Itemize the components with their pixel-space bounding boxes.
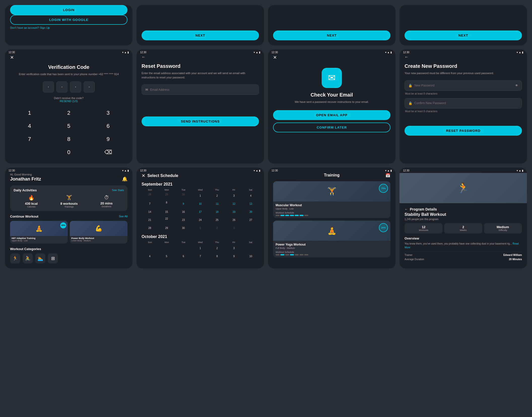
cal-day[interactable]: 15 xyxy=(158,208,175,216)
email-input[interactable] xyxy=(150,88,255,92)
numpad-1[interactable]: 1 xyxy=(10,107,49,119)
numpad-9[interactable]: 9 xyxy=(89,133,127,145)
program-back-icon[interactable]: ← xyxy=(405,207,408,211)
program-details-screen: 12:30 ▾ ▲ ▮ 🏃 ← Program Details Stabilit… xyxy=(400,168,527,269)
close-icon[interactable]: ✕ xyxy=(10,55,127,60)
next-button-3[interactable]: NEXT xyxy=(273,31,390,40)
numpad-3[interactable]: 3 xyxy=(89,107,127,119)
cal-day[interactable]: 4 xyxy=(142,253,158,260)
cal-day-8-today[interactable]: 8 xyxy=(158,200,175,208)
cal-day[interactable]: 25 xyxy=(209,216,225,224)
new-password-input[interactable] xyxy=(414,84,513,87)
training-card-1[interactable]: 🏋 Muscular Workout Upper Body · Low Work… xyxy=(273,181,390,218)
cal-day[interactable]: 3 xyxy=(226,224,242,232)
calendar-close-icon[interactable]: ✕ xyxy=(142,173,145,178)
confirm-password-field[interactable]: 🔒 xyxy=(405,98,522,108)
see-all-link[interactable]: See All xyxy=(119,215,127,218)
cal-day[interactable]: 24 xyxy=(192,216,209,224)
cal-day[interactable]: 29 xyxy=(158,224,175,232)
back-icon-password[interactable]: ← xyxy=(405,55,522,59)
cal-day[interactable]: 12 xyxy=(226,200,242,208)
numpad-7[interactable]: 7 xyxy=(10,133,49,145)
cal-day[interactable]: 16 xyxy=(175,208,192,216)
open-email-button[interactable]: OPEN EMAIL APP xyxy=(273,110,390,120)
cal-day[interactable]: 30 xyxy=(175,224,192,232)
numpad-delete[interactable]: ⌫ xyxy=(89,146,127,159)
category-swimming-icon[interactable]: 🏊 xyxy=(35,253,45,263)
email-input-field[interactable]: ✉ xyxy=(142,84,259,95)
cal-day[interactable]: 7 xyxy=(142,200,158,208)
cal-day[interactable]: 2 xyxy=(209,224,225,232)
workout-card-1[interactable]: 🧘 HIIT Adaptive Training Upper Body · Lo… xyxy=(10,221,68,244)
back-icon-reset[interactable]: ← xyxy=(142,55,259,59)
cal-day[interactable]: 1 xyxy=(192,245,209,252)
numpad-2[interactable]: 2 xyxy=(49,107,88,119)
new-password-field[interactable]: 🔒 👁 xyxy=(405,80,522,91)
cal-day[interactable]: 20 xyxy=(243,208,259,216)
cal-day[interactable]: 26 xyxy=(226,216,242,224)
cal-day[interactable]: 17 xyxy=(192,208,209,216)
cal-day[interactable]: 27 xyxy=(243,216,259,224)
cal-day[interactable]: 29 xyxy=(158,192,175,200)
training-header: Training 📅 xyxy=(273,173,390,178)
cal-day[interactable]: 3 xyxy=(226,192,242,200)
cal-day[interactable]: 7 xyxy=(192,253,209,260)
numpad-5[interactable]: 5 xyxy=(49,120,88,132)
reset-password-button[interactable]: RESET PASSWORD xyxy=(405,126,522,136)
login-button[interactable]: LOGIN xyxy=(10,5,127,15)
see-stats-link[interactable]: See Stats xyxy=(112,189,124,192)
cal-day[interactable]: 4 xyxy=(243,192,259,200)
numpad-4[interactable]: 4 xyxy=(10,120,49,132)
resend-link[interactable]: RESEND (1/3) xyxy=(10,100,127,103)
cal-day[interactable]: 30 xyxy=(175,192,192,200)
cal-day[interactable]: 8 xyxy=(209,253,225,260)
cal-day[interactable]: 23 xyxy=(175,216,192,224)
numpad-empty xyxy=(10,146,49,159)
close-icon-email[interactable]: ✕ xyxy=(273,55,390,60)
numpad-8[interactable]: 8 xyxy=(49,133,88,145)
numpad-6[interactable]: 6 xyxy=(89,120,127,132)
category-cycling-icon[interactable]: 🚴 xyxy=(23,253,33,263)
category-grid-icon[interactable]: ⊞ xyxy=(48,253,58,263)
cal-day[interactable]: 9 xyxy=(226,253,242,260)
confirm-password-input[interactable] xyxy=(414,101,518,105)
eye-icon[interactable]: 👁 xyxy=(515,84,518,87)
cal-day[interactable]: 6 xyxy=(175,253,192,260)
google-login-button[interactable]: LOGIN WITH GOOGLE xyxy=(10,15,127,25)
cal-day[interactable]: 28 xyxy=(142,192,158,200)
status-bar-training: 12:30 ▾ ▲ ▮ xyxy=(268,168,395,173)
cal-day[interactable]: 2 xyxy=(209,245,225,252)
code-box-3[interactable]: · xyxy=(70,81,81,93)
cal-day[interactable]: 2 xyxy=(209,192,225,200)
cal-day[interactable]: 14 xyxy=(142,208,158,216)
confirm-later-button[interactable]: CONFIRM LATER xyxy=(273,123,390,132)
next-button-2[interactable]: NEXT xyxy=(142,31,259,40)
signup-link[interactable]: Sign Up xyxy=(40,26,50,29)
workout-card-2[interactable]: 💪 Power Body Workout Lower Body · Medium xyxy=(70,221,127,244)
numpad-0[interactable]: 0 xyxy=(49,146,88,159)
code-box-1[interactable]: · xyxy=(43,81,54,93)
notification-bell-icon[interactable]: 🔔 xyxy=(122,176,127,182)
cal-day[interactable]: 11 xyxy=(209,200,225,208)
cal-day[interactable]: 1 xyxy=(192,192,209,200)
cal-day[interactable]: 10 xyxy=(243,253,259,260)
cal-day-22-selected[interactable]: 22 xyxy=(158,216,175,224)
cal-day[interactable]: 18 xyxy=(209,208,225,216)
overview-title: Overview xyxy=(405,236,522,240)
cal-day[interactable]: 10 xyxy=(192,200,209,208)
cal-day[interactable]: 1 xyxy=(192,224,209,232)
category-running-icon[interactable]: 🏃 xyxy=(10,253,20,263)
training-card-2[interactable]: 🧘 Power Yoga Workout Full Body · Medium … xyxy=(273,221,390,257)
next-button-4[interactable]: NEXT xyxy=(405,31,522,40)
code-box-2[interactable]: · xyxy=(56,81,68,93)
cal-day[interactable]: 28 xyxy=(142,224,158,232)
cal-day[interactable]: 19 xyxy=(226,208,242,216)
cal-day[interactable]: 13 xyxy=(243,200,259,208)
send-instructions-button[interactable]: SEND INSTRUCTIONS xyxy=(142,116,259,126)
cal-day[interactable]: 21 xyxy=(142,216,158,224)
cal-day[interactable]: 3 xyxy=(226,245,242,252)
cal-day[interactable]: 5 xyxy=(158,253,175,260)
code-box-4[interactable]: · xyxy=(84,81,95,93)
training-calendar-icon[interactable]: 📅 xyxy=(385,173,390,178)
cal-day[interactable]: 9 xyxy=(175,200,192,208)
